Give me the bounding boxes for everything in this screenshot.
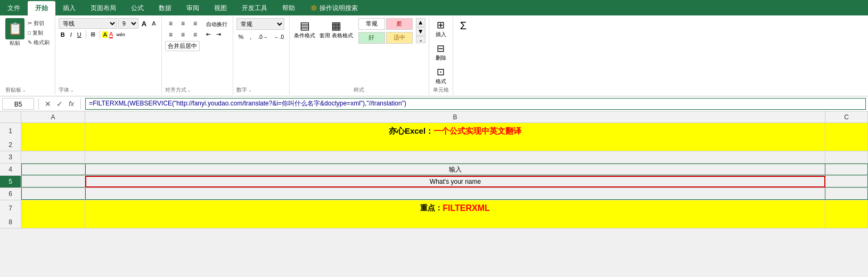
format-painter-button[interactable]: ✎ 格式刷 [26, 38, 52, 47]
border-button[interactable]: ⊞ [88, 30, 97, 39]
cell-b2[interactable] [85, 139, 825, 151]
align-mid-center-btn[interactable]: ≡ [177, 29, 189, 40]
cell-a7[interactable] [21, 200, 85, 216]
cancel-formula-button[interactable]: ✕ [43, 99, 53, 109]
style-good-cell[interactable]: 好 [358, 32, 385, 44]
number-expand-icon[interactable]: ⌄ [248, 88, 252, 93]
increase-decimal-button[interactable]: .0→ [256, 33, 269, 41]
cell-b6[interactable] [85, 188, 825, 200]
merge-center-button[interactable]: 合并后居中 [165, 41, 200, 51]
percent-button[interactable]: % [236, 32, 246, 41]
cell-a3[interactable] [21, 151, 85, 163]
cell-c6[interactable] [825, 188, 868, 200]
italic-button[interactable]: I [68, 30, 74, 39]
styles-scroll-up[interactable]: ▲ [416, 18, 425, 27]
formula-bar-divider [38, 99, 39, 109]
insert-button[interactable]: ⊞ 插入 [432, 18, 449, 39]
tab-page-layout[interactable]: 页面布局 [83, 1, 124, 15]
format-button[interactable]: ⊡ 格式 [432, 65, 449, 86]
clipboard-expand-icon[interactable]: ⌄ [22, 88, 26, 93]
align-mid-left-btn[interactable]: ≡ [165, 29, 177, 40]
tab-data[interactable]: 数据 [151, 1, 179, 15]
tab-insert[interactable]: 插入 [55, 1, 83, 15]
formula-divider-2 [80, 99, 81, 109]
copy-button[interactable]: □ 复制 [26, 29, 52, 37]
cell-b7[interactable]: 重点：FILTERXML [85, 200, 825, 216]
indent-right-button[interactable]: ⇥ [214, 30, 223, 39]
align-mid-right-btn[interactable]: ≡ [190, 29, 201, 40]
fill-color-indicator: A [102, 31, 108, 38]
style-normal-cell[interactable]: 常规 [358, 18, 385, 30]
title-text: 亦心Excel： [389, 126, 433, 136]
cell-c5[interactable] [825, 176, 868, 188]
tab-review[interactable]: 审阅 [179, 1, 207, 15]
conditional-format-button[interactable]: ▤ 条件格式 [293, 18, 316, 40]
font-name-select[interactable]: 等线 [59, 18, 117, 29]
align-top-left-btn[interactable]: ≡ [165, 18, 177, 29]
style-bad-cell[interactable]: 差 [386, 18, 413, 30]
formula-input[interactable] [85, 98, 866, 110]
style-neutral-cell[interactable]: 适中 [386, 32, 413, 44]
cell-reference[interactable]: B5 [2, 98, 34, 110]
tab-search[interactable]: 🔅 操作说明搜索 [302, 1, 365, 15]
alignment-group: ≡ ≡ ≡ ≡ ≡ ≡ 自动换行 ⇤ ⇥ 合并后居中 [162, 17, 233, 95]
paste-button[interactable]: 📋 粘贴 [5, 18, 24, 47]
tab-view[interactable]: 视图 [207, 1, 234, 15]
delete-button[interactable]: ⊟ 删除 [432, 42, 449, 63]
col-header-c: C [825, 111, 868, 123]
number-label: 数字 ⌄ [236, 86, 286, 95]
underline-button[interactable]: U [75, 30, 84, 39]
wrap-text-button[interactable]: 自动换行 [204, 20, 230, 29]
tab-help[interactable]: 帮助 [275, 1, 302, 15]
insert-function-button[interactable]: fx [67, 100, 76, 108]
cell-a1[interactable] [21, 123, 85, 139]
cell-c8[interactable] [825, 216, 868, 228]
cell-c2[interactable] [825, 139, 868, 151]
tab-home[interactable]: 开始 [28, 1, 55, 15]
comma-button[interactable]: , [248, 32, 253, 41]
cell-b8[interactable] [85, 216, 825, 228]
input-label: 输入 [449, 165, 462, 174]
cell-a2[interactable] [21, 139, 85, 151]
alignment-expand-icon[interactable]: ⌄ [187, 88, 191, 93]
cell-b1[interactable]: 亦心Excel：一个公式实现中英文翻译 [85, 123, 825, 139]
indent-left-button[interactable]: ⇤ [204, 30, 213, 39]
font-size-select[interactable]: 9 [118, 18, 138, 29]
tab-formula[interactable]: 公式 [124, 1, 151, 15]
tab-file[interactable]: 文件 [0, 1, 28, 15]
number-format-select[interactable]: 常规 [236, 18, 284, 30]
sum-button[interactable]: Σ [456, 18, 470, 34]
tab-developer[interactable]: 开发工具 [234, 1, 275, 15]
font-expand-icon[interactable]: ⌄ [70, 88, 74, 93]
font-group: 等线 9 A A B I U ⊞ A A [55, 17, 162, 95]
strikethrough-button[interactable]: wén [114, 31, 127, 38]
cell-a4[interactable] [21, 164, 85, 175]
align-top-center-btn[interactable]: ≡ [177, 18, 189, 29]
cell-c1[interactable] [825, 123, 868, 139]
table-row: 4 输入 [0, 164, 868, 176]
cell-c7[interactable] [825, 200, 868, 216]
cell-a8[interactable] [21, 216, 85, 228]
row-num-5: 5 [0, 176, 21, 188]
cell-c4[interactable] [825, 164, 868, 175]
font-shrink-button[interactable]: A [150, 19, 158, 28]
column-headers: A B C [0, 111, 868, 123]
bold-button[interactable]: B [59, 30, 67, 39]
font-grow-button[interactable]: A [140, 19, 149, 29]
cell-b4[interactable]: 输入 [85, 164, 825, 175]
cell-b3[interactable] [85, 151, 825, 163]
table-format-button[interactable]: ▦ 套用 表格格式 [318, 18, 354, 40]
cell-b5[interactable]: What's your name [85, 176, 825, 188]
cell-a5[interactable] [21, 176, 85, 188]
decrease-decimal-button[interactable]: ←.0 [272, 33, 286, 41]
confirm-formula-button[interactable]: ✓ [55, 99, 64, 109]
cut-button[interactable]: ✂ 剪切 [26, 19, 52, 28]
align-top-right-btn[interactable]: ≡ [190, 18, 201, 29]
styles-scroll-down[interactable]: ▼ [416, 27, 425, 36]
cell-value-b5: What's your name [430, 178, 481, 185]
ribbon-tabs: 文件 开始 插入 页面布局 公式 数据 审阅 视图 开发工具 帮助 🔅 操作说明… [0, 0, 868, 15]
col-header-a: A [21, 111, 85, 123]
cell-a6[interactable] [21, 188, 85, 200]
styles-expand[interactable]: ⌄ [416, 36, 425, 43]
cell-c3[interactable] [825, 151, 868, 163]
